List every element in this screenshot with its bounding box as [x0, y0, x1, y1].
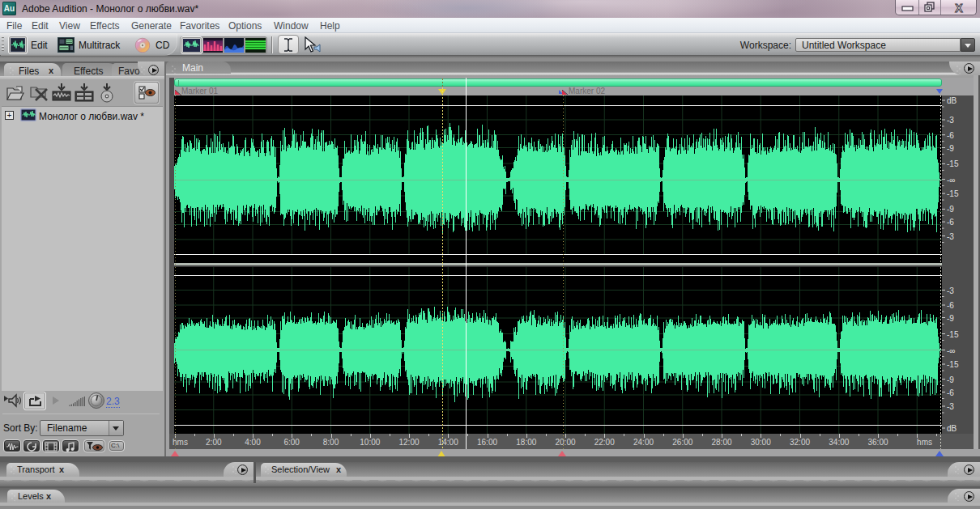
svg-text:X: X [955, 2, 963, 15]
